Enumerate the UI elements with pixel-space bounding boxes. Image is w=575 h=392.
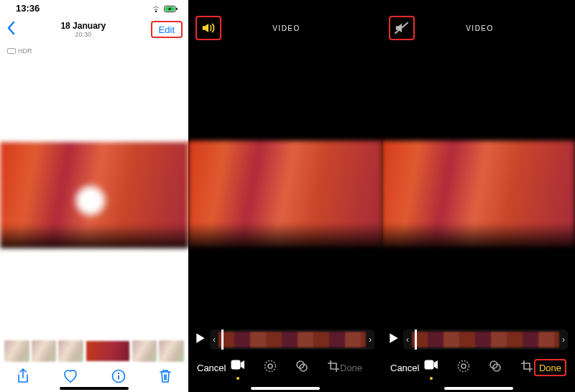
sound-on-icon — [201, 22, 216, 34]
info-button[interactable] — [111, 369, 126, 386]
svg-rect-2 — [176, 7, 178, 9]
video-tool-button[interactable] — [231, 360, 245, 375]
tool-icons — [230, 360, 340, 375]
audio-toggle-button[interactable] — [198, 18, 218, 38]
delete-button[interactable] — [159, 368, 172, 387]
trim-handle-left[interactable]: ‹ — [210, 330, 218, 350]
highlight-done: Done — [534, 359, 566, 376]
svg-rect-12 — [424, 360, 433, 370]
crop-tool-button[interactable] — [327, 360, 340, 375]
editor-bottom-bar: Cancel Done — [382, 356, 575, 379]
media-preview[interactable] — [0, 142, 188, 248]
home-indicator[interactable] — [251, 387, 320, 390]
highlight-edit: Edit — [151, 21, 183, 38]
thumbnail[interactable] — [58, 340, 83, 362]
battery-charging-icon — [164, 5, 178, 13]
hdr-badge: HDR — [7, 47, 188, 55]
display-icon — [7, 48, 16, 55]
play-button[interactable] — [389, 332, 399, 347]
editor-top-bar: VIDEO — [382, 13, 575, 43]
thumbnail-strip[interactable] — [4, 340, 184, 362]
trash-icon — [159, 368, 172, 384]
filters-icon — [489, 360, 502, 373]
trim-handle-right[interactable]: › — [559, 330, 568, 350]
svg-point-9 — [268, 364, 272, 368]
video-editor-pane-sound-off: VIDEO ‹ › Cancel — [382, 0, 575, 392]
video-preview[interactable] — [382, 141, 575, 247]
trim-track[interactable]: ‹ › — [210, 330, 374, 350]
adjust-icon — [264, 360, 277, 373]
timeline-row: ‹ › — [389, 329, 568, 350]
nav-date: 18 January — [16, 21, 151, 31]
video-editor-pane-sound-on: VIDEO ‹ › Cancel — [188, 0, 382, 392]
video-icon — [424, 360, 438, 370]
filters-tool-button[interactable] — [295, 360, 308, 375]
cancel-button[interactable]: Cancel — [390, 363, 423, 373]
svg-point-8 — [264, 361, 275, 372]
trim-handle-left[interactable]: ‹ — [403, 330, 412, 350]
info-icon — [111, 369, 126, 383]
timeline-row: ‹ › — [196, 329, 374, 350]
video-icon — [231, 360, 245, 370]
frame-strip[interactable] — [218, 332, 366, 347]
crop-tool-button[interactable] — [520, 360, 533, 375]
video-tool-button[interactable] — [424, 360, 438, 375]
editor-caption: VIDEO — [415, 24, 545, 32]
thumbnail[interactable] — [32, 340, 57, 362]
video-preview[interactable] — [188, 141, 382, 247]
sound-off-icon — [395, 22, 409, 34]
status-bar: 13:36 — [0, 0, 188, 14]
thumbnail[interactable] — [4, 340, 29, 362]
photos-viewer-pane: 13:36 18 January 20:30 Edit HDR — [0, 0, 188, 392]
nav-title: 18 January 20:30 — [16, 21, 151, 38]
filters-tool-button[interactable] — [489, 360, 502, 375]
home-indicator[interactable] — [60, 387, 129, 390]
status-icons — [151, 3, 178, 14]
adjust-icon — [457, 360, 470, 373]
svg-rect-7 — [231, 360, 240, 370]
done-button-disabled: Done — [340, 363, 373, 373]
svg-point-14 — [461, 364, 466, 368]
trim-track[interactable]: ‹ › — [403, 330, 568, 350]
thumbnail-selected[interactable] — [86, 340, 130, 362]
svg-point-5 — [118, 373, 119, 374]
status-time: 13:36 — [16, 3, 40, 14]
done-button[interactable]: Done — [539, 363, 561, 373]
trim-handle-right[interactable]: › — [366, 330, 374, 350]
adjust-tool-button[interactable] — [457, 360, 470, 375]
highlight-audio — [389, 16, 415, 40]
filters-icon — [295, 360, 308, 373]
nav-time: 20:30 — [16, 31, 151, 38]
frame-strip[interactable] — [412, 332, 559, 347]
share-icon — [17, 368, 29, 384]
nav-bar: 18 January 20:30 Edit — [0, 14, 188, 43]
thumbnail[interactable] — [159, 340, 184, 362]
crop-icon — [327, 360, 340, 373]
editor-caption: VIDEO — [221, 24, 351, 32]
highlight-audio — [196, 16, 221, 40]
svg-point-13 — [458, 361, 469, 372]
crop-icon — [520, 360, 533, 373]
favorite-button[interactable] — [63, 369, 78, 386]
wifi-icon — [151, 5, 161, 13]
tool-icons — [423, 360, 534, 375]
edit-button[interactable]: Edit — [155, 23, 179, 37]
home-indicator[interactable] — [444, 387, 513, 390]
share-button[interactable] — [17, 368, 29, 387]
play-button[interactable] — [196, 332, 206, 347]
back-button[interactable] — [6, 21, 16, 38]
adjust-tool-button[interactable] — [264, 360, 277, 375]
playhead[interactable] — [415, 330, 417, 350]
heart-icon — [63, 369, 78, 383]
svg-rect-3 — [7, 48, 15, 53]
editor-bottom-bar: Cancel Done — [188, 356, 382, 379]
play-icon — [196, 332, 206, 344]
cancel-button[interactable]: Cancel — [197, 363, 230, 373]
play-icon — [389, 332, 399, 344]
chevron-left-icon — [6, 21, 16, 35]
editor-top-bar: VIDEO — [188, 13, 382, 43]
audio-toggle-button[interactable] — [392, 18, 412, 38]
svg-rect-6 — [118, 375, 119, 380]
thumbnail[interactable] — [132, 340, 157, 362]
playhead[interactable] — [221, 330, 224, 350]
